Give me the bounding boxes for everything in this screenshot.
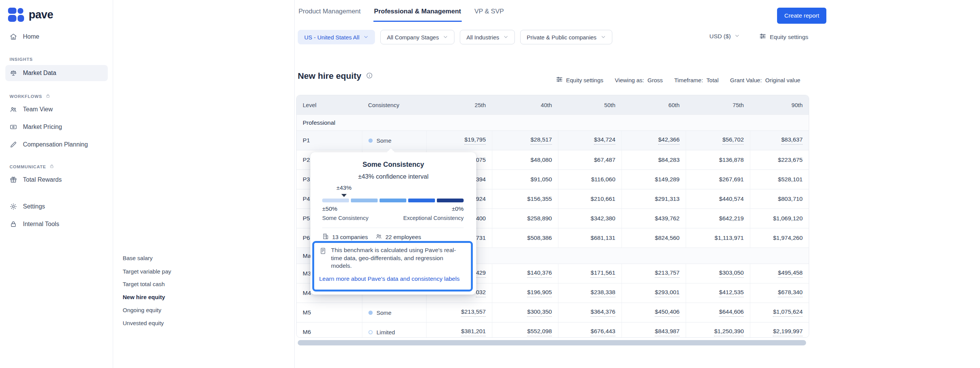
subnav-item-new-hire-equity[interactable]: New hire equity xyxy=(123,291,165,303)
value-cell-60th[interactable]: $42,366 xyxy=(621,131,686,150)
subnav-item-target-variable-pay[interactable]: Target variable pay xyxy=(123,265,171,277)
value-cell-50th[interactable]: $171,561 xyxy=(558,264,621,283)
value-cell-90th[interactable]: $1,069,120 xyxy=(750,209,809,228)
value-cell-50th[interactable]: $342,380 xyxy=(558,209,621,228)
tab-product-management[interactable]: Product Management xyxy=(298,5,362,22)
viewing-as-control[interactable]: Viewing as:Gross xyxy=(615,77,663,83)
horizontal-scrollbar-thumb[interactable] xyxy=(298,340,806,345)
value-cell-75th[interactable]: $412,535 xyxy=(686,283,750,303)
filter-company-stages[interactable]: All Company Stages xyxy=(380,30,454,44)
value-cell-60th[interactable]: $213,757 xyxy=(621,264,686,283)
value-cell-90th[interactable]: $1,974,260 xyxy=(750,228,809,248)
value-cell-90th[interactable]: $803,710 xyxy=(750,189,809,208)
create-report-button[interactable]: Create report xyxy=(777,8,826,24)
consistency-cell[interactable]: Limited xyxy=(362,322,426,338)
value-cell-90th[interactable]: $1,075,624 xyxy=(750,303,809,322)
value-cell-60th[interactable]: $84,283 xyxy=(621,150,686,169)
consistency-cell[interactable]: Some xyxy=(362,131,426,150)
tab-vp-svp[interactable]: VP & SVP xyxy=(474,5,505,22)
sidebar-item-team-view[interactable]: Team View xyxy=(5,102,108,117)
value-cell-75th[interactable]: $136,878 xyxy=(686,150,750,169)
grant-value-control[interactable]: Grant Value:Original value xyxy=(730,77,800,83)
value-cell-40th[interactable]: $552,098 xyxy=(492,322,558,338)
value-cell-90th[interactable]: $678,340 xyxy=(750,283,809,303)
value-cell-60th[interactable]: $843,987 xyxy=(621,322,686,338)
building-icon xyxy=(322,233,329,241)
value-cell-50th[interactable]: $238,338 xyxy=(558,283,621,303)
value-cell-60th[interactable]: $450,406 xyxy=(621,303,686,322)
value-cell-40th[interactable]: $258,890 xyxy=(492,209,558,228)
value-cell-40th[interactable]: $156,355 xyxy=(492,189,558,208)
value-cell-50th[interactable]: $676,443 xyxy=(558,322,621,338)
info-icon[interactable] xyxy=(366,72,373,81)
equity-settings-button[interactable]: Equity settings xyxy=(556,76,604,84)
value-cell-90th[interactable]: $528,101 xyxy=(750,170,809,189)
sidebar-item-home[interactable]: Home xyxy=(5,29,108,44)
tab-professional-management[interactable]: Professional & Management xyxy=(373,5,462,22)
sidebar-item-compensation-planning[interactable]: Compensation Planning xyxy=(5,137,108,152)
value-cell-40th[interactable]: $508,386 xyxy=(492,228,558,248)
sidebar-item-total-rewards[interactable]: Total Rewards xyxy=(5,172,108,187)
value-cell-60th[interactable]: $291,313 xyxy=(621,189,686,208)
value-cell-75th[interactable]: $1,113,971 xyxy=(686,228,750,248)
column-header-75th: 75th xyxy=(686,102,750,108)
chevron-down-icon xyxy=(503,34,508,41)
value-cell-50th[interactable]: $364,376 xyxy=(558,303,621,322)
sidebar-item-market-pricing[interactable]: Market Pricing xyxy=(5,119,108,135)
filter-company-type[interactable]: Private & Public companies xyxy=(520,30,612,44)
column-header-60th: 60th xyxy=(621,102,686,108)
scales-icon xyxy=(10,69,17,77)
value-cell-75th[interactable]: $440,574 xyxy=(686,189,750,208)
users-icon xyxy=(375,233,382,241)
subnav-item-ongoing-equity[interactable]: Ongoing equity xyxy=(123,304,161,316)
timeframe-control[interactable]: Timeframe:Total xyxy=(674,77,719,83)
value-cell-90th[interactable]: $495,458 xyxy=(750,264,809,283)
sidebar-item-market-data[interactable]: Market Data xyxy=(5,65,108,81)
value-cell-90th[interactable]: $223,675 xyxy=(750,150,809,169)
value-cell-40th[interactable]: $196,905 xyxy=(492,283,558,303)
consistency-dot-icon xyxy=(368,330,373,334)
value-cell-50th[interactable]: $34,724 xyxy=(558,131,621,150)
value-cell-40th[interactable]: $140,376 xyxy=(492,264,558,283)
value-cell-90th[interactable]: $2,199,997 xyxy=(750,322,809,338)
value-cell-25th[interactable]: $19,795 xyxy=(426,131,492,150)
value-cell-50th[interactable]: $116,060 xyxy=(558,170,621,189)
value-cell-25th[interactable]: $213,557 xyxy=(426,303,492,322)
subnav-item-base-salary[interactable]: Base salary xyxy=(123,252,153,264)
value-cell-75th[interactable]: $56,702 xyxy=(686,131,750,150)
learn-more-link[interactable]: Learn more about Pave's data and consist… xyxy=(319,275,459,282)
sidebar-item-internal-tools[interactable]: Internal Tools xyxy=(5,217,108,232)
team-icon xyxy=(10,106,17,113)
value-cell-60th[interactable]: $293,001 xyxy=(621,283,686,303)
value-cell-50th[interactable]: $681,131 xyxy=(558,228,621,248)
pave-logo[interactable]: pave xyxy=(8,8,53,22)
primary-sidebar: pave Home INSIGHTS Market Data WORKFLOWS… xyxy=(0,0,113,368)
subnav-item-unvested-equity[interactable]: Unvested equity xyxy=(123,317,164,329)
value-cell-25th[interactable]: $381,201 xyxy=(426,322,492,338)
subnav-item-target-total-cash[interactable]: Target total cash xyxy=(123,278,165,290)
table-header-row: Level Consistency 25th 40th 50th 60th 75… xyxy=(297,95,809,114)
sidebar-item-label: Compensation Planning xyxy=(23,141,88,148)
value-cell-40th[interactable]: $300,350 xyxy=(492,303,558,322)
filter-industries[interactable]: All Industries xyxy=(460,30,515,44)
value-cell-75th[interactable]: $644,606 xyxy=(686,303,750,322)
value-cell-75th[interactable]: $267,691 xyxy=(686,170,750,189)
value-cell-60th[interactable]: $149,289 xyxy=(621,170,686,189)
value-cell-40th[interactable]: $28,517 xyxy=(492,131,558,150)
value-cell-60th[interactable]: $824,560 xyxy=(621,228,686,248)
currency-selector[interactable]: USD ($) xyxy=(709,33,740,40)
value-cell-75th[interactable]: $303,050 xyxy=(686,264,750,283)
value-cell-40th[interactable]: $91,050 xyxy=(492,170,558,189)
consistency-cell[interactable]: Some xyxy=(362,303,426,322)
sidebar-item-settings[interactable]: Settings xyxy=(5,199,108,214)
value-cell-50th[interactable]: $67,487 xyxy=(558,150,621,169)
value-cell-50th[interactable]: $210,661 xyxy=(558,189,621,208)
equity-settings-top-button[interactable]: Equity settings xyxy=(759,33,808,41)
filter-location[interactable]: US - United States All xyxy=(298,30,375,44)
value-cell-40th[interactable]: $48,080 xyxy=(492,150,558,169)
value-cell-60th[interactable]: $439,762 xyxy=(621,209,686,228)
value-cell-75th[interactable]: $1,250,390 xyxy=(686,322,750,338)
gear-icon xyxy=(10,203,17,210)
value-cell-90th[interactable]: $83,637 xyxy=(750,131,809,150)
value-cell-75th[interactable]: $642,219 xyxy=(686,209,750,228)
